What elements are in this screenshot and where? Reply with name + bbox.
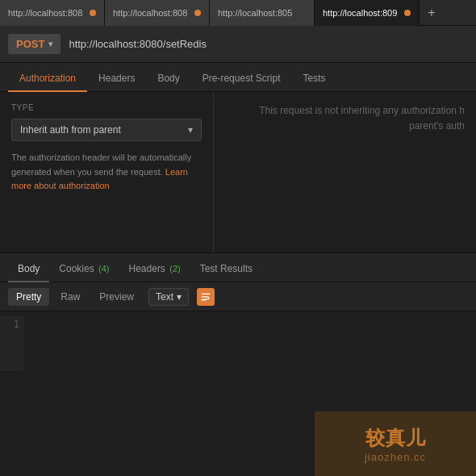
code-content[interactable] (24, 316, 476, 371)
line-numbers: 1 (0, 316, 24, 371)
resp-tab-testresults[interactable]: Test Results (190, 257, 262, 282)
method-label: POST (16, 38, 44, 50)
tab-headers[interactable]: Headers (87, 66, 146, 92)
url-input[interactable] (69, 38, 468, 50)
resp-tab-body[interactable]: Body (8, 257, 49, 282)
raw-button[interactable]: Raw (52, 288, 88, 306)
resp-tab-cookies-badge: (4) (98, 264, 109, 273)
tab-tests-label: Tests (303, 73, 325, 84)
tab-1-label: http://localhost:808 (8, 8, 85, 18)
auth-info-text: This request is not inheriting any autho… (259, 103, 465, 134)
body-toolbar: Pretty Raw Preview Text ▾ (0, 282, 476, 311)
auth-type-chevron-icon: ▾ (188, 124, 193, 136)
resp-tab-body-label: Body (18, 263, 40, 274)
resp-tab-headers-badge: (2) (169, 264, 180, 273)
tab-authorization-label: Authorization (19, 73, 76, 84)
auth-info-line1: This request is not inheriting any autho… (259, 105, 465, 116)
browser-tab-3[interactable]: http://localhost:805 (210, 0, 315, 26)
auth-left-panel: TYPE Inherit auth from parent ▾ The auth… (0, 92, 214, 253)
resp-tab-cookies-label: Cookies (59, 263, 94, 274)
method-button[interactable]: POST ▾ (8, 34, 61, 54)
format-value: Text (156, 291, 173, 303)
code-area: 1 (0, 311, 476, 376)
pretty-button[interactable]: Pretty (8, 288, 49, 306)
resp-tab-headers[interactable]: Headers (2) (119, 257, 190, 282)
wrap-button[interactable] (197, 288, 215, 306)
line-number-1: 1 (5, 316, 19, 334)
method-chevron-icon: ▾ (48, 40, 52, 48)
tab-tests[interactable]: Tests (291, 66, 336, 92)
browser-tab-1[interactable]: http://localhost:808 (0, 0, 105, 26)
auth-description: The authorization header will be automat… (11, 151, 202, 194)
auth-type-value: Inherit auth from parent (20, 124, 121, 136)
tab-authorization[interactable]: Authorization (8, 66, 87, 92)
wrap-icon (200, 291, 211, 303)
format-arrow-icon: ▾ (177, 291, 182, 303)
browser-tab-2[interactable]: http://localhost:808 (105, 0, 210, 26)
format-dropdown[interactable]: Text ▾ (148, 288, 189, 306)
watermark-line2: jiaozhen.cc (365, 451, 426, 463)
auth-info-line2: parent's auth (409, 120, 465, 132)
watermark: 较真儿 jiaozhen.cc (315, 411, 476, 476)
auth-content-area: TYPE Inherit auth from parent ▾ The auth… (0, 92, 476, 253)
tab-1-dot (90, 10, 96, 16)
app-window: http://localhost:808 http://localhost:80… (0, 0, 476, 476)
tab-2-label: http://localhost:808 (113, 8, 190, 18)
type-label: TYPE (11, 103, 202, 112)
tab-4-dot (404, 10, 411, 16)
resp-tab-cookies[interactable]: Cookies (4) (49, 257, 119, 282)
browser-tabs-bar: http://localhost:808 http://localhost:80… (0, 0, 476, 26)
auth-right-panel: This request is not inheriting any autho… (214, 92, 476, 253)
tab-prerequest[interactable]: Pre-request Script (191, 66, 292, 92)
tab-body-label: Body (157, 73, 179, 84)
request-tabs: Authorization Headers Body Pre-request S… (0, 63, 476, 92)
browser-tab-4[interactable]: http://localhost:809 (315, 0, 420, 26)
tab-prerequest-label: Pre-request Script (203, 73, 281, 84)
tab-body[interactable]: Body (146, 66, 190, 92)
resp-tab-testresults-label: Test Results (200, 263, 253, 274)
preview-button[interactable]: Preview (91, 288, 142, 306)
response-section: Body Cookies (4) Headers (2) Test Result… (0, 253, 476, 376)
auth-type-dropdown[interactable]: Inherit auth from parent ▾ (11, 119, 202, 141)
tab-headers-label: Headers (98, 73, 135, 84)
auth-desc-text: The authorization header will be automat… (11, 152, 191, 177)
tab-2-dot (194, 10, 201, 16)
resp-tab-headers-label: Headers (129, 263, 165, 274)
tab-3-label: http://localhost:805 (218, 8, 306, 18)
url-bar: POST ▾ (0, 26, 476, 63)
response-tabs: Body Cookies (4) Headers (2) Test Result… (0, 253, 476, 282)
watermark-line1: 较真儿 (365, 425, 426, 451)
tab-4-label: http://localhost:809 (323, 8, 399, 18)
add-tab-button[interactable]: + (420, 0, 444, 26)
